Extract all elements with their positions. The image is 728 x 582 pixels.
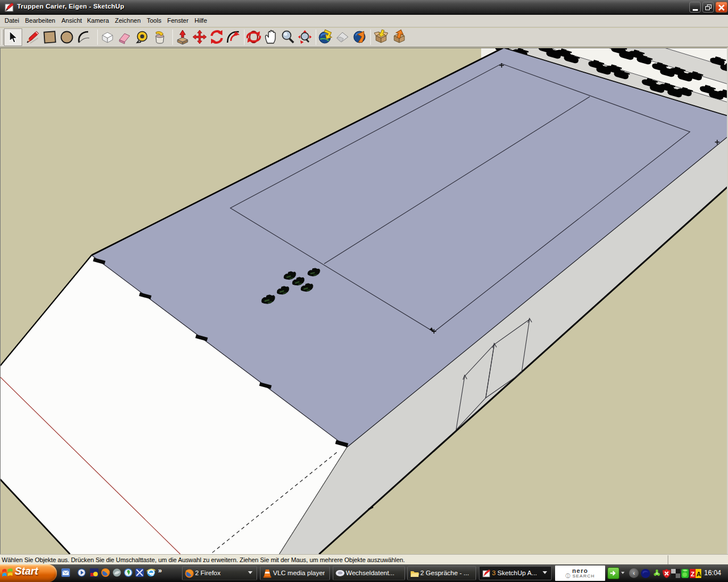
- svg-text:»: »: [158, 567, 162, 575]
- svg-text:A: A: [697, 571, 701, 577]
- svg-text:Z: Z: [691, 571, 695, 577]
